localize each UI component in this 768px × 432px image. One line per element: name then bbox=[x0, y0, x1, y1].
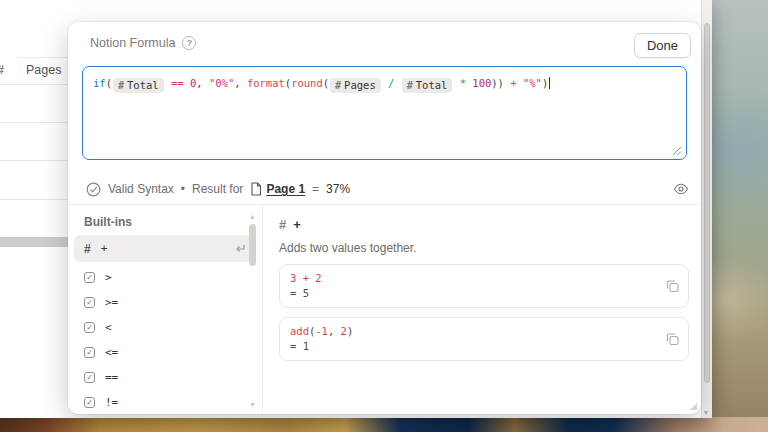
text-cursor bbox=[549, 77, 550, 89]
formula-token: format bbox=[247, 77, 285, 89]
formula-dialog: Notion Formula ? Done if(#Total == 0, "0… bbox=[68, 22, 701, 414]
builtin-label: != bbox=[105, 396, 118, 409]
formula-token: ( bbox=[323, 77, 329, 89]
formula-token: "%" bbox=[523, 77, 542, 89]
formula-token: "0%" bbox=[209, 77, 234, 89]
example-token: add bbox=[290, 325, 309, 337]
table-divider bbox=[18, 57, 68, 58]
done-button[interactable]: Done bbox=[634, 33, 691, 58]
examples-list: 3 + 2= 5add(-1, 2)= 1 bbox=[279, 264, 689, 361]
property-name: Total bbox=[416, 77, 448, 94]
checkbox-type-icon: ✓ bbox=[84, 347, 95, 358]
example-result: = 1 bbox=[290, 339, 658, 354]
builtins-panel: Built-ins #+✓>✓>=✓<✓<=✓==✓!= ▲ ▼ bbox=[68, 205, 263, 414]
resize-handle-icon[interactable] bbox=[671, 145, 682, 156]
enter-key-icon bbox=[233, 243, 246, 254]
result-bar: Valid Syntax • Result for Page 1 = 37% bbox=[86, 174, 689, 204]
example-token: , bbox=[328, 325, 341, 337]
number-type-icon: # bbox=[84, 242, 91, 256]
property-token[interactable]: #Pages bbox=[330, 78, 381, 93]
checkbox-type-icon: ✓ bbox=[84, 272, 95, 283]
builtin-label: > bbox=[105, 271, 112, 284]
builtin-item-3[interactable]: ✓< bbox=[74, 315, 256, 340]
checkbox-type-icon: ✓ bbox=[84, 322, 95, 333]
result-label: Result for bbox=[192, 182, 243, 196]
builtin-item-0[interactable]: #+ bbox=[74, 235, 256, 262]
preview-toggle[interactable] bbox=[673, 183, 689, 195]
formula-token: )) bbox=[491, 77, 510, 89]
dialog-header: Notion Formula ? bbox=[90, 36, 196, 50]
table-row-divider bbox=[0, 84, 68, 85]
formula-token: round bbox=[291, 77, 323, 89]
page-icon bbox=[250, 182, 262, 196]
number-property-icon: # bbox=[407, 77, 413, 94]
function-title: # + bbox=[279, 217, 689, 232]
table-row-divider bbox=[0, 199, 68, 200]
builtin-label: < bbox=[105, 321, 112, 334]
result-value: 37% bbox=[326, 182, 350, 196]
help-icon[interactable]: ? bbox=[182, 36, 196, 50]
example-code: 3 + 2 bbox=[290, 271, 658, 286]
desktop-wallpaper: # Pages ▼ Notion Formula ? Done if(#Tota… bbox=[0, 0, 768, 432]
number-property-icon: # bbox=[118, 77, 124, 94]
example-token: 2 bbox=[315, 272, 321, 284]
formula-token: == bbox=[171, 77, 184, 89]
equals-sign: = bbox=[312, 182, 319, 196]
formula-token: , bbox=[196, 77, 209, 89]
example-code: add(-1, 2) bbox=[290, 324, 658, 339]
property-token[interactable]: #Total bbox=[402, 78, 453, 93]
formula-code[interactable]: if(#Total == 0, "0%", format(round(#Page… bbox=[93, 75, 676, 93]
table-section-bar bbox=[0, 237, 70, 247]
builtin-item-6[interactable]: ✓!= bbox=[74, 390, 256, 414]
number-property-icon: # bbox=[0, 63, 4, 77]
dialog-title: Notion Formula bbox=[90, 36, 175, 50]
formula-token: , bbox=[234, 77, 247, 89]
builtin-label: + bbox=[101, 242, 108, 255]
property-name: Total bbox=[127, 77, 159, 94]
builtin-item-1[interactable]: ✓> bbox=[74, 265, 256, 290]
scroll-down-icon[interactable]: ▼ bbox=[701, 409, 711, 416]
table-row-divider bbox=[0, 122, 68, 123]
scrollbar-thumb[interactable] bbox=[249, 224, 256, 266]
property-name: Pages bbox=[344, 77, 376, 94]
example-card-0: 3 + 2= 5 bbox=[279, 264, 689, 308]
table-column-header: Pages bbox=[26, 63, 61, 77]
formula-token: + bbox=[510, 77, 516, 89]
formula-token: if bbox=[93, 77, 106, 89]
formula-token: 100 bbox=[472, 77, 491, 89]
scrollbar-thumb[interactable] bbox=[704, 23, 710, 383]
builtin-label: <= bbox=[105, 346, 118, 359]
function-detail-panel: # + Adds two values together. 3 + 2= 5ad… bbox=[263, 205, 701, 414]
example-token: ) bbox=[347, 325, 353, 337]
builtin-label: == bbox=[105, 371, 118, 384]
property-token[interactable]: #Total bbox=[113, 78, 164, 93]
builtins-header: Built-ins bbox=[84, 215, 262, 229]
dialog-body: Built-ins #+✓>✓>=✓<✓<=✓==✓!= ▲ ▼ # + Add… bbox=[68, 205, 701, 414]
wallpaper-bottom-strip bbox=[0, 417, 768, 432]
example-token: -1 bbox=[315, 325, 328, 337]
copy-icon bbox=[666, 280, 679, 293]
builtin-label: >= bbox=[105, 296, 118, 309]
page-name[interactable]: Page 1 bbox=[266, 182, 305, 196]
builtin-item-2[interactable]: ✓>= bbox=[74, 290, 256, 315]
eye-icon bbox=[673, 183, 689, 195]
builtin-item-5[interactable]: ✓== bbox=[74, 365, 256, 390]
page-chip[interactable]: Page 1 bbox=[250, 182, 305, 196]
number-type-icon: # bbox=[279, 217, 286, 232]
formula-token: ( bbox=[106, 77, 112, 89]
copy-example-button[interactable] bbox=[666, 333, 679, 346]
window-scrollbar[interactable] bbox=[701, 0, 712, 418]
example-result: = 5 bbox=[290, 286, 658, 301]
builtins-scrollbar[interactable]: ▲ ▼ bbox=[248, 213, 257, 408]
formula-token: ) bbox=[542, 77, 548, 89]
copy-icon bbox=[666, 333, 679, 346]
scroll-up-icon[interactable]: ▲ bbox=[248, 213, 257, 220]
dialog-resize-grip[interactable] bbox=[690, 403, 697, 410]
scroll-down-icon[interactable]: ▼ bbox=[248, 401, 257, 408]
number-property-icon: # bbox=[335, 77, 341, 94]
table-row-divider bbox=[0, 160, 68, 161]
formula-input[interactable]: if(#Total == 0, "0%", format(round(#Page… bbox=[82, 66, 687, 160]
bullet-separator: • bbox=[181, 182, 185, 196]
copy-example-button[interactable] bbox=[666, 280, 679, 293]
builtin-item-4[interactable]: ✓<= bbox=[74, 340, 256, 365]
